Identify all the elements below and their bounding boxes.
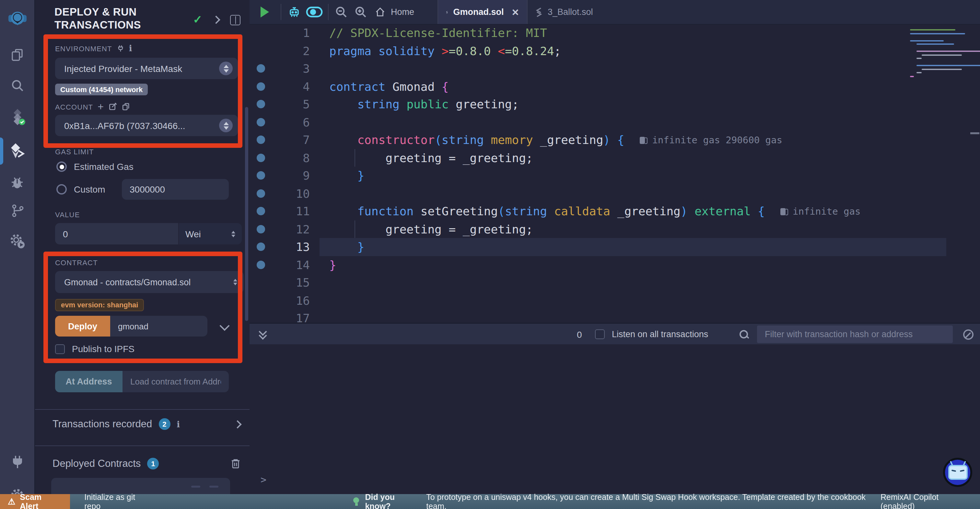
gutter-cell[interactable]: [250, 64, 272, 73]
custom-gas-radio[interactable]: Custom: [56, 184, 105, 195]
code-text[interactable]: function setGreeting(string calldata _gr…: [310, 204, 861, 218]
line-number[interactable]: 6: [272, 115, 310, 129]
gutter-dot-icon[interactable]: [257, 118, 265, 126]
code-line-1[interactable]: 1// SPDX-License-Identifier: MIT: [250, 24, 980, 42]
line-number[interactable]: 2: [272, 44, 310, 58]
line-number[interactable]: 1: [272, 26, 310, 40]
pin-panel-icon[interactable]: [230, 14, 240, 25]
code-line-13[interactable]: 13 }: [250, 238, 980, 256]
gutter-cell[interactable]: [250, 118, 272, 126]
contract-select[interactable]: Gmonad - contracts/Gmonad.sol: [55, 271, 244, 293]
gear-play-icon[interactable]: [0, 228, 34, 254]
transactions-info-icon[interactable]: i: [177, 419, 180, 429]
scam-alert-button[interactable]: ⚠ Scam Alert: [0, 494, 70, 509]
line-number[interactable]: 11: [272, 204, 310, 218]
search-icon[interactable]: [0, 73, 34, 99]
remixai-robot-icon[interactable]: [287, 5, 301, 19]
code-line-11[interactable]: 11 function setGreeting(string calldata …: [250, 202, 980, 220]
copy-address-icon[interactable]: [121, 102, 130, 111]
gutter-dot-icon[interactable]: [257, 189, 265, 198]
gutter-dot-icon[interactable]: [257, 243, 265, 251]
gutter-cell[interactable]: [250, 243, 272, 251]
at-address-button[interactable]: At Address: [55, 371, 123, 392]
line-number[interactable]: 17: [272, 311, 310, 323]
code-text[interactable]: greeting = _greeting;: [310, 222, 533, 236]
code-text[interactable]: string public greeting;: [310, 97, 519, 111]
gutter-cell[interactable]: [250, 225, 272, 233]
code-line-10[interactable]: 10: [250, 185, 980, 202]
gutter-dot-icon[interactable]: [257, 136, 265, 144]
edit-pencil-icon[interactable]: [108, 102, 117, 111]
code-line-15[interactable]: 15: [250, 274, 980, 292]
terminal-search-icon[interactable]: [739, 329, 749, 340]
tab-gmonad-sol[interactable]: Gmonad.sol ✕: [438, 0, 528, 24]
deploy-expand-chevron-icon[interactable]: [220, 321, 229, 331]
code-line-2[interactable]: 2pragma solidity >=0.8.0 <=0.8.24;: [250, 42, 980, 60]
copilot-toggle-icon[interactable]: [306, 6, 323, 18]
gutter-dot-icon[interactable]: [257, 207, 265, 215]
environment-info-icon[interactable]: i: [129, 43, 132, 53]
gutter-cell[interactable]: [250, 154, 272, 162]
deploy-and-run-icon[interactable]: [0, 137, 34, 163]
code-line-7[interactable]: 7 constructor(string memory _greeting) {…: [250, 131, 980, 149]
gutter-cell[interactable]: [250, 207, 272, 215]
code-text[interactable]: pragma solidity >=0.8.0 <=0.8.24;: [310, 44, 561, 58]
panel-scrollbar[interactable]: [245, 107, 248, 321]
line-number[interactable]: 7: [272, 133, 310, 147]
code-text[interactable]: }: [310, 169, 364, 182]
code-line-14[interactable]: 14}: [250, 256, 980, 274]
code-line-12[interactable]: 12 greeting = _greeting;: [250, 220, 980, 238]
line-number[interactable]: 10: [272, 187, 310, 200]
code-line-17[interactable]: 17: [250, 309, 980, 323]
gutter-dot-icon[interactable]: [257, 225, 265, 233]
line-number[interactable]: 12: [272, 222, 310, 236]
gutter-cell[interactable]: [250, 189, 272, 198]
tab-home[interactable]: Home: [375, 0, 414, 24]
code-line-3[interactable]: 3: [250, 60, 980, 78]
gutter-dot-icon[interactable]: [257, 82, 265, 91]
deploy-arg-input[interactable]: [110, 316, 207, 337]
copilot-status[interactable]: RemixAI Copilot (enabled): [880, 493, 974, 509]
zoom-in-icon[interactable]: [355, 6, 367, 18]
remix-logo-icon[interactable]: [0, 6, 34, 32]
code-area[interactable]: 1// SPDX-License-Identifier: MIT2pragma …: [250, 24, 980, 323]
line-number[interactable]: 3: [272, 62, 310, 75]
line-number[interactable]: 14: [272, 258, 310, 272]
line-number[interactable]: 5: [272, 97, 310, 111]
debugger-icon[interactable]: [0, 169, 34, 195]
add-account-icon[interactable]: +: [97, 104, 104, 110]
gutter-cell[interactable]: [250, 136, 272, 144]
transactions-recorded-row[interactable]: Transactions recorded 2 i: [52, 418, 240, 430]
line-number[interactable]: 13: [272, 240, 310, 254]
expand-terminal-icon[interactable]: [260, 330, 266, 338]
gutter-dot-icon[interactable]: [257, 100, 265, 109]
code-line-8[interactable]: 8 greeting = _greeting;: [250, 149, 980, 167]
value-unit-select[interactable]: Wei: [179, 223, 242, 244]
estimated-gas-radio[interactable]: Estimated Gas: [56, 161, 134, 172]
trash-icon[interactable]: [231, 458, 240, 469]
clear-console-icon[interactable]: [963, 329, 974, 340]
line-number[interactable]: 15: [272, 276, 310, 289]
gutter-cell[interactable]: [250, 100, 272, 109]
code-text[interactable]: }: [310, 258, 336, 272]
code-text[interactable]: greeting = _greeting;: [310, 151, 533, 165]
close-tab-icon[interactable]: ✕: [512, 7, 519, 17]
publish-ipfs-checkbox[interactable]: Publish to IPFS: [55, 344, 135, 354]
code-text[interactable]: // SPDX-License-Identifier: MIT: [310, 26, 547, 40]
plugin-manager-icon[interactable]: [0, 449, 34, 475]
environment-select[interactable]: Injected Provider - MetaMask: [55, 58, 238, 79]
gutter-dot-icon[interactable]: [257, 261, 265, 269]
listen-all-checkbox[interactable]: [595, 329, 605, 339]
code-line-16[interactable]: 16: [250, 292, 980, 309]
minimap[interactable]: [910, 29, 968, 79]
run-script-button[interactable]: [259, 6, 270, 18]
line-number[interactable]: 16: [272, 294, 310, 307]
chevron-right-icon[interactable]: [212, 16, 220, 24]
line-number[interactable]: 9: [272, 169, 310, 182]
line-number[interactable]: 8: [272, 151, 310, 165]
code-line-9[interactable]: 9 }: [250, 167, 980, 185]
gutter-cell[interactable]: [250, 261, 272, 269]
code-line-4[interactable]: 4contract Gmonad {: [250, 78, 980, 95]
gutter-dot-icon[interactable]: [257, 171, 265, 180]
code-text[interactable]: }: [310, 240, 364, 254]
